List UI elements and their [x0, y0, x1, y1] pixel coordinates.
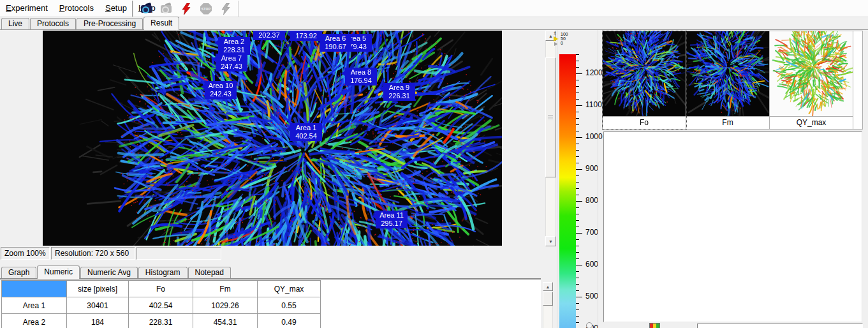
label-pointer-icon	[379, 86, 383, 91]
label-pointer-icon	[286, 126, 290, 131]
table-col-fm[interactable]: Fm	[193, 281, 258, 297]
table-cell[interactable]: 0.49	[258, 314, 321, 328]
tab-graph[interactable]: Graph	[1, 267, 36, 278]
stop-sign-icon[interactable]: STOP	[199, 3, 213, 15]
area-value: 176.94	[348, 77, 374, 85]
colorbar-tick-label: 1200	[585, 68, 603, 77]
thumbnail-fm[interactable]: Fm	[686, 31, 770, 129]
label-pointer-icon	[341, 71, 345, 76]
color-scale-bar	[559, 54, 576, 328]
table-cell[interactable]: 228.31	[129, 314, 193, 328]
table-cell[interactable]: 402.54	[129, 297, 193, 314]
camera-export-icon[interactable]	[159, 3, 173, 15]
area-label-area-3[interactable]: Area 3173.92	[290, 31, 322, 41]
table-scrollbar-track[interactable]	[543, 306, 553, 328]
resolution-status: Resolution: 720 x 560	[51, 247, 135, 260]
tab-live[interactable]: Live	[1, 18, 29, 29]
thumbnail-label: QY_max	[770, 116, 853, 129]
tab-result[interactable]: Result	[143, 17, 179, 30]
fluorescence-image[interactable]	[43, 31, 502, 246]
area-label-area-2[interactable]: Area 2228.31	[218, 37, 250, 55]
menu-protocols[interactable]: Protocols	[54, 0, 99, 17]
thumbnail-fo[interactable]: Fo	[603, 31, 686, 129]
thumbnail-qy-max[interactable]: QY_max	[770, 31, 853, 129]
toolbar: STOP	[132, 1, 239, 17]
area-label-area-10[interactable]: Area 10242.43	[205, 81, 237, 99]
area-label-area-6[interactable]: Area 6190.67	[320, 34, 351, 52]
fluorescence-image-viewport[interactable]: Area 2228.31Area 4202.37Area 3173.92Area…	[43, 31, 502, 246]
result-thumbnail-strip: FoFmQY_max	[602, 31, 863, 130]
table-corner-cell[interactable]	[2, 281, 67, 297]
label-pointer-icon	[214, 40, 218, 45]
tab-numeric-avg[interactable]: Numeric Avg	[80, 267, 138, 278]
table-col-fo[interactable]: Fo	[129, 281, 193, 297]
area-label-area-4[interactable]: Area 4202.37	[253, 31, 285, 40]
table-row-label[interactable]: Area 1	[2, 297, 67, 314]
table-row: Area 2184228.31454.310.49	[2, 314, 321, 328]
area-name: Area 2	[221, 38, 247, 46]
camera-capture-icon[interactable]	[140, 3, 154, 15]
table-cell[interactable]: 184	[67, 314, 129, 328]
tab-numeric[interactable]: Numeric	[37, 265, 80, 279]
area-value: 190.67	[322, 43, 349, 51]
table-row: Area 130401402.541029.260.55	[2, 297, 321, 314]
menu-setup[interactable]: Setup	[99, 0, 133, 17]
thumbnail-label: Fm	[686, 116, 769, 129]
area-name: Area 7	[218, 54, 245, 63]
area-label-area-9[interactable]: Area 9226.31	[383, 83, 415, 101]
application-window: ExperimentProtocolsSetupHelp STOP LivePr…	[0, 0, 868, 328]
table-col-size-pixels-[interactable]: size [pixels]	[67, 281, 129, 297]
colorbar-tick-label: 1000	[585, 132, 603, 141]
area-value: 202.37	[256, 31, 283, 40]
empty-status	[136, 247, 221, 260]
thumbnail-image-fo	[603, 31, 686, 116]
area-name: Area 9	[386, 84, 413, 92]
numeric-table-panel: size [pixels]FoFmQY_maxArea 130401402.54…	[0, 279, 541, 328]
tab-notepad[interactable]: Notepad	[188, 267, 231, 278]
thumbnail-image-qy-max	[770, 31, 853, 116]
colorbar-tick-label: 500	[585, 292, 598, 301]
thumbnail-image-fm	[686, 31, 769, 116]
table-cell[interactable]: 1029.26	[193, 297, 258, 314]
table-scrollbar-thumb[interactable]	[543, 292, 553, 306]
stop-sign-glyph: STOP	[200, 3, 212, 15]
camera-lens	[142, 6, 149, 13]
area-label-area-8[interactable]: Area 8176.94	[345, 68, 377, 86]
area-name: Area 10	[207, 82, 234, 90]
table-cell[interactable]: 0.55	[258, 297, 321, 314]
label-pointer-icon	[201, 84, 205, 89]
table-scroll-up-button[interactable]: ▲	[543, 282, 553, 291]
area-name: Area 6	[322, 34, 349, 43]
scale-plusminus: ±	[554, 31, 556, 35]
tab-pre-processing[interactable]: Pre-Processing	[77, 18, 143, 29]
image-scrollbar-thumb[interactable]	[545, 57, 556, 177]
input-field-cutoff[interactable]	[697, 324, 863, 328]
flash-single-icon[interactable]	[219, 3, 233, 15]
scale-gray-arrow-icon	[554, 42, 558, 46]
image-scroll-down-button[interactable]: ▼	[545, 236, 556, 246]
colorbar-tick-label: 700	[585, 228, 598, 237]
area-value: 295.17	[378, 220, 405, 228]
area-value: 247.43	[218, 63, 245, 71]
table-row-label[interactable]: Area 2	[2, 314, 67, 328]
area-label-area-1[interactable]: Area 1402.54	[290, 123, 322, 141]
area-label-area-7[interactable]: Area 7247.43	[216, 54, 247, 71]
numeric-table: size [pixels]FoFmQY_maxArea 130401402.54…	[1, 280, 321, 328]
table-cell[interactable]: 454.31	[193, 314, 258, 328]
radio-button-cutoff[interactable]	[586, 322, 592, 328]
scale-adjust-icon[interactable]: ± 100500	[552, 31, 573, 50]
colorbar-tick-label: 600	[585, 260, 598, 269]
thumbnail-label: Fo	[603, 116, 686, 129]
area-label-area-11[interactable]: Area 11295.17	[376, 211, 408, 228]
colorbar-tick-label: 800	[585, 196, 598, 205]
palette-icon-cutoff[interactable]	[649, 323, 660, 328]
area-value: 402.54	[293, 132, 320, 140]
divider	[557, 30, 557, 328]
tab-protocols[interactable]: Protocols	[30, 18, 76, 29]
tab-histogram[interactable]: Histogram	[138, 267, 188, 278]
flash-run-icon[interactable]	[179, 3, 193, 15]
table-cell[interactable]: 30401	[67, 297, 129, 314]
menu-experiment[interactable]: Experiment	[0, 0, 54, 17]
area-value: 173.92	[293, 32, 320, 40]
table-col-qy-max[interactable]: QY_max	[258, 281, 321, 297]
